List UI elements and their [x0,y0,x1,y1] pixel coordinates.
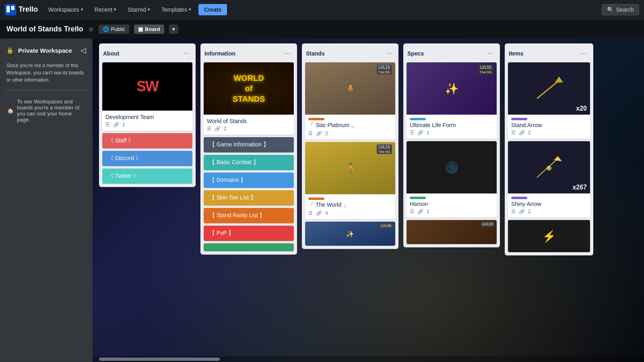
svg-line-3 [537,80,559,99]
column-stands-header: Stands ··· [305,47,395,60]
column-stands: Stands ··· 🧍 LVL15The OG 「 Star Platinum… [302,43,398,249]
card-sha-body: Shiny Arrow ☰ 🔗 2 [508,193,590,218]
column-items-header: Items ··· [508,47,590,60]
card-ulf-title: Ultimate Life Form [410,122,493,128]
board-area: About ··· SW Development Team ☰ 🔗 1 [93,39,644,362]
card-stand-rarity-list[interactable]: 【 Stand Rarity List 】 [204,208,294,223]
column-about-header: About ··· [102,47,192,60]
checklist-icon: ☰ [308,131,313,136]
checklist-icon: ☰ [308,210,313,216]
card-hamon-image: 🌑 [407,141,497,193]
card-ulf-body: Ultimate Life Form ☰ 🔗 1 [407,115,497,139]
card-twitter[interactable]: 《 Twitter 》 [102,169,192,184]
card-hamon-body: Hamon ☰ 🔗 1 [407,193,497,218]
card-domains[interactable]: 【 Domains 】 [204,173,294,188]
shiny-arrow-svg [533,151,565,183]
attachment-count: 2 [224,126,227,132]
star-button[interactable]: ☆ [88,25,94,33]
column-stands-more-button[interactable]: ··· [384,48,394,58]
column-about-title: About [103,50,119,57]
board-view-button[interactable]: ▦ Board [134,25,164,34]
card-discord[interactable]: 《 Discord 》 [102,151,192,166]
card-ulf-meta: ☰ 🔗 1 [410,130,493,136]
sidebar-home-link[interactable]: 🏠 To see Workspaces and boards you're a … [5,95,88,126]
visibility-button[interactable]: 🌐 Public [99,25,129,34]
card-the-world[interactable]: 🧍 LVL15The OG 「 The World 」 ☰ 🔗 4 [305,142,395,219]
attachment-icon: 🔗 [417,209,423,214]
chevron-down-icon: ▾ [81,7,83,12]
card-tw-image: 🧍 LVL15The OG [305,142,395,194]
card-dev-team-body: Development Team ☰ 🔗 1 [102,111,192,131]
chevron-down-icon: ▾ [148,7,150,12]
card-wos-body: World of Stands ☰ 🔗 2 [204,115,294,135]
card-sp-title: 「 Star Platinum 」 [308,122,392,129]
column-specs-header: Specs ··· [407,47,497,60]
attachment-count: 2 [528,209,531,214]
card-ultimate-life-form[interactable]: ✨ LVL55The OG Ultimate Life Form ☰ 🔗 1 [407,62,497,139]
card-skin-tier-list[interactable]: 【 Skin Tier List 】 [204,190,294,206]
card-sa-body: Stand Arrow ☰ 🔗 2 [508,115,590,139]
svg-point-7 [547,166,551,171]
workspaces-button[interactable]: Workspaces ▾ [44,4,87,15]
starred-button[interactable]: Starred ▾ [124,4,154,15]
arrow-svg [533,74,565,103]
card-tw-label [308,197,324,200]
card-game-information[interactable]: 【 Game Information 】 [204,137,294,152]
card-items-partial[interactable]: ⚡ [508,220,590,252]
sidebar-home-label: To see Workspaces and boards you're a me… [17,99,85,123]
card-pvp[interactable]: 【 PvP 】 [204,226,294,241]
attachment-icon: 🔗 [316,131,322,136]
card-sha-meta: ☰ 🔗 2 [511,209,587,214]
attachment-icon: 🔗 [519,209,525,214]
top-navigation: Trello Workspaces ▾ Recent ▾ Starred ▾ T… [0,0,644,19]
horizontal-scrollbar[interactable] [93,356,644,362]
search-icon: 🔍 [607,6,614,13]
sidebar-divider [5,90,88,90]
attachment-count: 1 [427,209,429,214]
svg-rect-2 [11,6,14,10]
card-star-platinum[interactable]: 🧍 LVL15The OG 「 Star Platinum 」 ☰ 🔗 2 [305,62,395,140]
main-layout: 🔒 Private Workspace ◁ Since you're not a… [0,39,644,362]
card-sha-label [511,197,527,199]
card-hamon-label [410,197,426,199]
column-about: About ··· SW Development Team ☰ 🔗 1 [99,43,196,187]
column-stands-title: Stands [306,50,325,57]
column-specs-more-button[interactable]: ··· [485,48,496,58]
board-view-more-button[interactable]: ▾ [169,25,178,34]
card-stand-arrow[interactable]: x20 Stand Arrow ☰ 🔗 2 [508,62,590,139]
card-stand-partial[interactable]: ✨ LVL45 [305,222,395,246]
card-ulf-image: ✨ LVL55The OG [407,62,497,115]
card-sha-title: Shiny Arrow [511,201,587,207]
card-development-team[interactable]: SW Development Team ☰ 🔗 1 [102,62,192,131]
checklist-icon: ☰ [207,126,211,132]
column-information-more-button[interactable]: ··· [282,48,293,58]
sidebar: 🔒 Private Workspace ◁ Since you're not a… [0,39,93,362]
chevron-down-icon: ▾ [189,7,191,12]
column-information: Information ··· WORLDofSTANDS World of S… [200,43,297,255]
search-bar[interactable]: 🔍 Search [602,4,639,15]
card-hamon[interactable]: 🌑 Hamon ☰ 🔗 1 [407,141,497,218]
card-basic-combat[interactable]: 【 Basic Combat 】 [204,155,294,170]
card-staff[interactable]: 《 Staff 》 [102,133,192,148]
column-about-more-button[interactable]: ··· [181,48,192,58]
board-icon: ▦ [138,26,143,32]
card-tw-meta: ☰ 🔗 4 [308,210,392,216]
templates-button[interactable]: Templates ▾ [157,4,195,15]
create-button[interactable]: Create [198,4,227,15]
chevron-down-icon: ▾ [114,7,116,12]
attachment-icon: 🔗 [113,122,119,128]
card-green-more[interactable] [204,243,294,251]
column-items-more-button[interactable]: ··· [578,48,589,58]
column-items-title: Items [509,50,524,57]
trello-logo[interactable]: Trello [5,4,38,15]
sidebar-collapse-button[interactable]: ◁ [80,46,86,55]
card-specs-partial[interactable]: LVL15 [407,220,497,244]
card-shiny-arrow[interactable]: x267 Shiny Arrow ☰ 🔗 2 [508,141,590,218]
column-information-header: Information ··· [204,47,294,60]
attachment-icon: 🔗 [519,130,525,136]
column-stands-items: 🧍 LVL15The OG 「 Star Platinum 」 ☰ 🔗 2 [305,62,395,246]
recent-button[interactable]: Recent ▾ [91,4,120,15]
checklist-icon: ☰ [511,130,516,136]
checklist-icon: ☰ [410,209,414,214]
card-world-of-stands[interactable]: WORLDofSTANDS World of Stands ☰ 🔗 2 [204,62,294,135]
